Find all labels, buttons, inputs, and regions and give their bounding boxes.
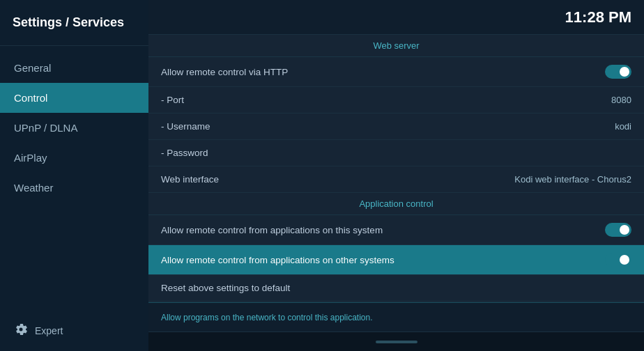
- web-interface-row[interactable]: Web interface Kodi web interface - Choru…: [148, 166, 644, 193]
- allow-this-system-row[interactable]: Allow remote control from applications o…: [148, 215, 644, 245]
- bottombar: [148, 332, 644, 351]
- clock-display: 11:28 PM: [565, 8, 631, 26]
- allow-this-system-toggle[interactable]: [605, 223, 631, 237]
- allow-this-system-label: Allow remote control from applications o…: [161, 225, 605, 235]
- app-control-header: Application control: [148, 193, 644, 215]
- sidebar-item-weather[interactable]: Weather: [0, 173, 148, 203]
- sidebar: Settings / Services General Control UPnP…: [0, 0, 148, 351]
- username-row[interactable]: - Username kodi: [148, 114, 644, 140]
- sidebar-item-general[interactable]: General: [0, 53, 148, 83]
- gear-icon: [14, 322, 28, 338]
- expert-label: Expert: [35, 325, 63, 336]
- password-row[interactable]: - Password: [148, 140, 644, 166]
- port-row[interactable]: - Port 8080: [148, 87, 644, 114]
- page-title: Settings / Services: [0, 0, 148, 46]
- sidebar-item-upnp[interactable]: UPnP / DLNA: [0, 113, 148, 143]
- reset-default-row[interactable]: Reset above settings to default: [148, 275, 644, 302]
- username-label: - Username: [161, 121, 615, 132]
- statusbar-text: Allow programs on the network to control…: [161, 313, 373, 322]
- allow-other-systems-toggle[interactable]: [605, 253, 631, 267]
- allow-other-systems-row[interactable]: Allow remote control from applications o…: [148, 245, 644, 275]
- web-interface-label: Web interface: [161, 174, 514, 185]
- main-content: 11:28 PM Web server Allow remote control…: [148, 0, 644, 351]
- nav-items: General Control UPnP / DLNA AirPlay Weat…: [0, 46, 148, 310]
- port-value: 8080: [611, 95, 631, 105]
- sidebar-item-control[interactable]: Control: [0, 83, 148, 113]
- topbar: 11:28 PM: [148, 0, 644, 35]
- web-server-header: Web server: [148, 35, 644, 57]
- scroll-indicator: [376, 341, 417, 343]
- allow-http-toggle[interactable]: [605, 65, 631, 79]
- allow-http-row[interactable]: Allow remote control via HTTP: [148, 57, 644, 87]
- port-label: - Port: [161, 95, 611, 105]
- web-interface-value: Kodi web interface - Chorus2: [514, 174, 631, 185]
- reset-default-label: Reset above settings to default: [161, 283, 631, 293]
- statusbar: Allow programs on the network to control…: [148, 302, 644, 332]
- allow-other-systems-label: Allow remote control from applications o…: [161, 255, 605, 265]
- allow-http-label: Allow remote control via HTTP: [161, 67, 605, 77]
- password-label: - Password: [161, 148, 631, 158]
- sidebar-item-airplay[interactable]: AirPlay: [0, 143, 148, 173]
- username-value: kodi: [615, 121, 631, 132]
- expert-button[interactable]: Expert: [0, 310, 148, 351]
- settings-content: Web server Allow remote control via HTTP…: [148, 35, 644, 302]
